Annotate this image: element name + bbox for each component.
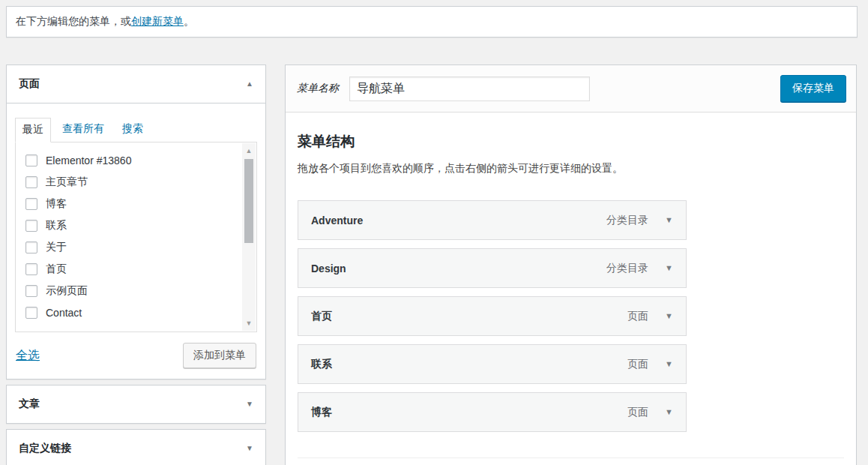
list-item[interactable]: 主页章节	[25, 171, 235, 193]
list-item[interactable]: Elementor #13860	[25, 149, 235, 171]
menu-item-label: 博客	[311, 406, 332, 419]
section-divider	[298, 458, 844, 458]
menu-name-input[interactable]	[349, 76, 590, 101]
menu-structure-hint: 拖放各个项目到您喜欢的顺序，点击右侧的箭头可进行更详细的设置。	[298, 162, 844, 176]
pages-panel-actions: 全选 添加到菜单	[15, 332, 257, 370]
chevron-down-icon[interactable]: ▼	[665, 312, 673, 320]
chevron-down-icon[interactable]: ▼	[665, 360, 673, 368]
custom-links-panel-title: 自定义链接	[19, 442, 71, 455]
menu-item-handle[interactable]: Design 分类目录 ▼	[298, 248, 687, 288]
menu-item-type: 页面	[627, 358, 648, 371]
list-item-label: 首页	[46, 262, 67, 276]
pages-panel: 页面 ▲ 最近 查看所有 搜索 Elementor #13860	[6, 64, 266, 380]
list-item[interactable]: Contact	[25, 302, 235, 323]
menu-structure-section: 菜单结构 拖放各个项目到您喜欢的顺序，点击右侧的箭头可进行更详细的设置。 Adv…	[286, 132, 856, 465]
menu-item-label: 联系	[311, 358, 332, 371]
menu-editor-panel: 菜单名称 保存菜单 菜单结构 拖放各个项目到您喜欢的顺序，点击右侧的箭头可进行更…	[285, 64, 857, 465]
custom-links-panel-header[interactable]: 自定义链接 ▼	[7, 430, 265, 465]
menu-item-handle[interactable]: 首页 页面 ▼	[298, 296, 687, 336]
checkbox[interactable]	[25, 176, 37, 188]
create-new-menu-link[interactable]: 创建新菜单	[131, 15, 184, 27]
checkbox[interactable]	[25, 154, 37, 166]
tab-view-all[interactable]: 查看所有	[55, 118, 111, 142]
pages-panel-body: 最近 查看所有 搜索 Elementor #13860 主页章节	[7, 104, 265, 379]
menu-item-label: Adventure	[311, 214, 363, 226]
chevron-down-icon[interactable]: ▼	[665, 264, 673, 272]
checkbox[interactable]	[25, 220, 37, 232]
pages-tabs: 最近 查看所有 搜索	[15, 104, 257, 142]
pages-panel-title: 页面	[19, 77, 40, 91]
posts-panel-title: 文章	[19, 398, 40, 411]
menu-structure-title: 菜单结构	[298, 132, 844, 152]
collapse-down-icon[interactable]: ▼	[246, 445, 253, 452]
add-menu-items-sidebar: 页面 ▲ 最近 查看所有 搜索 Elementor #13860	[6, 64, 266, 465]
save-menu-button[interactable]: 保存菜单	[780, 75, 846, 102]
select-all-link[interactable]: 全选	[16, 348, 40, 364]
menu-item-handle[interactable]: 联系 页面 ▼	[298, 344, 687, 384]
menu-item-type: 页面	[627, 310, 648, 323]
menu-item-type: 分类目录	[606, 214, 648, 227]
list-item-label: 示例页面	[46, 284, 88, 298]
list-item[interactable]: 博客	[25, 193, 235, 214]
list-item-label: Contact	[46, 307, 82, 319]
menu-item-label: Design	[311, 262, 346, 274]
scroll-up-icon[interactable]: ▲	[242, 146, 256, 156]
add-to-menu-button[interactable]: 添加到菜单	[183, 343, 256, 368]
list-item-label: Elementor #13860	[46, 154, 131, 166]
chevron-down-icon[interactable]: ▼	[665, 216, 673, 224]
list-item-label: 主页章节	[46, 176, 88, 189]
list-item-label: 联系	[46, 219, 67, 232]
list-scrollbar[interactable]: ▲ ▼	[242, 143, 256, 331]
posts-panel-header[interactable]: 文章 ▼	[7, 386, 265, 423]
list-item[interactable]: 首页	[25, 258, 235, 280]
checkbox[interactable]	[25, 198, 37, 210]
collapse-up-icon[interactable]: ▲	[246, 80, 253, 88]
menu-item-handle[interactable]: Adventure 分类目录 ▼	[298, 200, 687, 240]
custom-links-panel: 自定义链接 ▼	[6, 429, 266, 465]
pages-panel-header[interactable]: 页面 ▲	[7, 65, 265, 104]
checkbox[interactable]	[25, 242, 37, 254]
checkbox[interactable]	[25, 307, 37, 319]
list-item[interactable]: 关于	[25, 236, 235, 258]
collapse-down-icon[interactable]: ▼	[246, 400, 253, 408]
menu-name-bar: 菜单名称 保存菜单	[286, 65, 856, 112]
menus-layout: 页面 ▲ 最近 查看所有 搜索 Elementor #13860	[6, 64, 857, 465]
edit-menu-notice: 在下方编辑您的菜单，或创建新菜单。	[6, 6, 858, 38]
pages-checklist-box: Elementor #13860 主页章节 博客 联系	[15, 142, 257, 332]
pages-checklist: Elementor #13860 主页章节 博客 联系	[16, 149, 256, 323]
list-item[interactable]: 示例页面	[25, 280, 235, 302]
notice-text-prefix: 在下方编辑您的菜单，或	[16, 15, 131, 27]
tab-search[interactable]: 搜索	[115, 118, 150, 142]
checkbox[interactable]	[25, 263, 37, 275]
notice-text-suffix: 。	[184, 15, 194, 27]
scroll-down-icon[interactable]: ▼	[242, 318, 256, 328]
menu-item-type: 页面	[627, 406, 648, 419]
chevron-down-icon[interactable]: ▼	[665, 408, 673, 416]
posts-panel: 文章 ▼	[6, 385, 266, 424]
list-item-label: 博客	[46, 197, 67, 211]
scrollbar-thumb[interactable]	[244, 159, 253, 243]
menu-item-handle[interactable]: 博客 页面 ▼	[298, 392, 687, 432]
checkbox[interactable]	[25, 285, 37, 297]
list-item-label: 关于	[46, 241, 67, 254]
menu-item-type: 分类目录	[606, 262, 648, 275]
list-item[interactable]: 联系	[25, 214, 235, 236]
menu-item-label: 首页	[311, 310, 332, 323]
tab-recent[interactable]: 最近	[15, 118, 51, 142]
menu-name-label: 菜单名称	[297, 82, 339, 95]
